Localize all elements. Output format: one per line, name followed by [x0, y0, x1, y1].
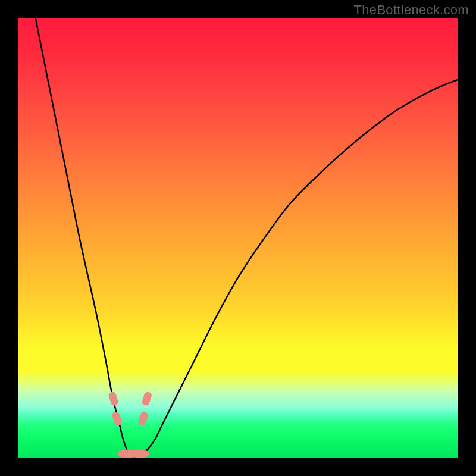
svg-point-5: [112, 412, 120, 419]
chart-frame: TheBottleneck.com: [0, 0, 476, 476]
marker-left-lower: [112, 412, 122, 425]
watermark-text: TheBottleneck.com: [354, 2, 469, 18]
marker-bottom-right: [130, 449, 149, 458]
marker-layer: [18, 18, 458, 458]
plot-area: [18, 18, 458, 458]
marker-right-upper: [142, 392, 152, 406]
svg-point-13: [130, 449, 149, 458]
marker-left-upper: [109, 392, 118, 406]
svg-point-2: [109, 392, 116, 399]
svg-point-11: [140, 412, 148, 419]
marker-right-lower: [139, 412, 148, 425]
svg-point-8: [144, 392, 151, 399]
